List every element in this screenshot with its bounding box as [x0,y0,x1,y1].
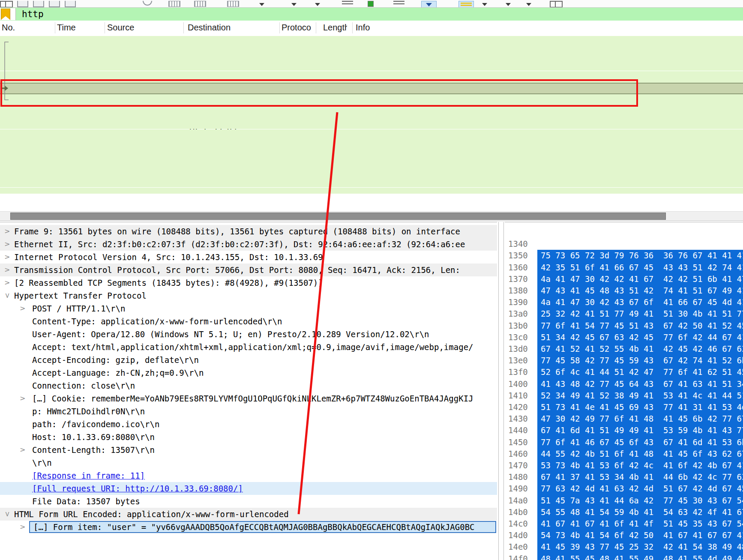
detail-tree-row[interactable]: Frame 9: 13561 bytes on wire (108488 bit… [0,225,497,238]
detail-tree-row[interactable]: [2 Reassembled TCP Segments (18435 bytes… [0,276,497,289]
hex-row[interactable]: 13b0 51 34 42 45 67 63 42 45 77 6f 42 44… [505,308,743,320]
packet-row[interactable]: 19 110.057… 10.1.243.155 10.1.33.69 HTTP… [0,129,743,141]
packet-row[interactable]: 16 110.004… 10.1.33.69 10.1.243.155 HTTP… [0,117,743,129]
packet-row[interactable]: 9 91.1728… 10.1.243.155 10.1.33.69 HTTP … [0,83,743,94]
detail-tree-row[interactable]: HTML Form URL Encoded: application/x-www… [0,508,497,521]
packet-row[interactable]: 1 0.000000 10.1.243.155 10.1.33.69 HTTP … [0,36,743,48]
pane-divider[interactable] [498,222,499,560]
toolbar-button-icon[interactable] [143,1,152,6]
expander-chevron-icon[interactable] [4,225,12,238]
toolbar-button-icon[interactable] [458,1,474,8]
hex-row[interactable]: 13c0 67 41 52 41 52 55 4b 41 42 45 42 46… [505,320,743,332]
expander-chevron-icon[interactable] [4,289,12,302]
hex-row[interactable]: 1390 25 32 42 41 51 77 49 41 51 30 4b 41… [505,285,743,296]
expander-chevron-icon[interactable] [20,521,27,533]
detail-tree-row[interactable]: Accept: text/html,application/xhtml+xml,… [0,341,497,353]
toolbar-button-icon[interactable] [17,1,28,7]
toolbar-button-icon[interactable] [393,1,404,6]
hex-row[interactable]: 1370 47 43 41 45 48 43 51 42 74 41 51 67… [505,262,743,273]
hex-row[interactable]: 1430 67 41 6d 41 51 49 49 41 53 59 4b 41… [505,401,743,413]
column-separator[interactable] [105,22,105,33]
column-header-protocol[interactable]: Protocol [282,23,312,33]
toolbar-button-icon[interactable] [65,1,76,7]
expander-chevron-icon[interactable] [4,508,12,521]
hscrollbar-thumb[interactable] [10,213,666,220]
toolbar-button-icon[interactable] [227,1,239,7]
toolbar-button-icon[interactable] [550,1,563,8]
detail-tree-row[interactable]: [Full request URI: http://10.1.33.69:808… [0,482,497,495]
filter-bookmark-button[interactable] [0,8,16,20]
hex-row[interactable]: 1400 52 34 49 41 52 38 49 41 53 41 4c 41… [505,366,743,378]
hex-row[interactable]: 13f0 41 43 48 42 77 45 64 43 67 41 63 41… [505,355,743,366]
packet-row[interactable]: 36 123.958… 10.1.33.69 10.1.243.155 HTTP… [0,188,743,194]
expander-chevron-icon[interactable] [20,392,27,405]
hex-row[interactable]: 14d0 41 45 39 43 77 45 25 32 42 41 54 38… [505,518,743,530]
detail-tree-row[interactable]: POST / HTTP/1.1\r\n [0,302,497,315]
hex-row[interactable]: 1380 4a 41 47 30 42 43 67 6f 41 66 67 45… [505,273,743,285]
detail-tree-row[interactable]: [Response in frame: 11] [0,469,497,482]
detail-tree-row[interactable]: Content-Type: application/x-www-form-url… [0,315,497,328]
toolbar-button-icon[interactable] [49,1,60,7]
detail-tree-row[interactable]: […] Cookie: rememberMe=YoANb79EEs8RT9LYV… [0,392,497,405]
toolbar-button-icon[interactable] [291,3,297,6]
column-separator[interactable] [55,22,55,33]
hex-row[interactable]: 1420 47 30 42 49 77 6f 41 48 41 45 6b 42… [505,390,743,401]
hex-row[interactable]: 1460 53 73 4b 41 53 6f 42 4c 41 6f 42 4b… [505,437,743,448]
packet-row[interactable]: 4 13.7682… 10.1.33.69 10.1.243.155 HTTP … [0,48,743,59]
hex-row[interactable]: 14c0 54 73 4b 41 54 6f 42 50 41 67 41 67… [505,506,743,518]
expander-chevron-icon[interactable] [4,238,12,251]
packet-row[interactable]: 31 121.719… 10.1.33.69 10.1.243.155 HTTP… [0,164,743,176]
detail-tree-row[interactable]: […] Form item: "user" = "yv66vgAAADQB5Qo… [0,521,497,533]
toolbar-button-icon[interactable] [259,3,264,6]
hex-row[interactable]: 1500 25 32 42 41 55 67 4a 41 55 6b 42 53… [505,553,743,560]
toolbar-button-icon[interactable] [194,1,206,7]
toolbar-button-icon[interactable] [33,1,44,7]
detail-tree-row[interactable]: Accept-Language: zh-CN,zh;q=0.9\r\n [0,366,497,379]
toolbar-button-icon[interactable] [368,1,374,7]
hex-row[interactable]: 13e0 52 6f 4c 41 44 51 42 47 77 6f 41 62… [505,343,743,355]
packet-row[interactable]: 11 91.1975… 10.1.33.69 10.1.243.155 HTTP… [0,94,743,106]
hex-row[interactable]: 1490 51 45 7a 43 41 44 6a 42 77 45 30 43… [505,471,743,483]
detail-tree-row[interactable]: Connection: close\r\n [0,379,497,392]
column-header-source[interactable]: Source [107,23,134,33]
hex-row[interactable]: 14b0 41 67 41 67 41 6f 41 4f 51 45 35 43… [505,495,743,506]
detail-tree-row[interactable]: Transmission Control Protocol, Src Port:… [0,264,497,276]
toolbar-button-icon[interactable] [0,1,13,8]
column-header-time[interactable]: Time [57,23,76,33]
detail-tree-row[interactable]: Ethernet II, Src: d2:3f:b0:c2:07:3f (d2:… [0,238,497,251]
hex-row[interactable]: 14e0 48 41 55 45 48 41 55 49 48 41 55 4d… [505,530,743,541]
hex-row[interactable]: 1360 4a 41 47 30 42 42 41 67 42 42 51 6b… [505,250,743,261]
detail-tree-row[interactable]: \r\n [0,456,497,469]
toolbar-button-icon[interactable] [168,1,180,7]
detail-tree-row[interactable]: Internet Protocol Version 4, Src: 10.1.2… [0,251,497,264]
column-header-length[interactable]: Length [323,23,347,33]
hex-row[interactable]: 1480 77 63 42 4d 41 63 42 4d 51 67 42 4d… [505,460,743,471]
pane-divider[interactable] [503,222,504,560]
packet-row[interactable]: 26 110.080… 10.1.33.69 10.1.243.155 HTTP… [0,141,743,153]
toolbar-button-icon[interactable] [526,3,531,6]
hex-row[interactable]: 13d0 77 45 58 42 77 45 59 43 67 42 74 41… [505,332,743,343]
detail-tree-row[interactable]: Accept-Encoding: gzip, deflate\r\n [0,353,497,366]
packet-row[interactable]: 5 23.0560… 10.1.243.155 10.1.33.69 HTTP … [0,59,743,71]
column-header-no[interactable]: No. [2,23,15,33]
toolbar-button-icon[interactable] [482,3,487,6]
toolbar-button-icon[interactable] [315,3,320,6]
hex-row[interactable]: 1450 44 55 42 4b 51 6f 41 48 41 45 6f 43… [505,425,743,436]
column-separator[interactable] [316,22,316,33]
hex-row[interactable]: 14a0 54 55 48 41 54 59 4b 41 54 63 42 4f… [505,483,743,494]
column-header-info[interactable]: Info [356,23,370,33]
packet-row[interactable]: 34 123.945… 10.1.243.155 10.1.33.69 HTTP… [0,176,743,187]
detail-tree-row[interactable]: User-Agent: Opera/12.80 (Windows NT 5.1;… [0,328,497,341]
toolbar-button-icon[interactable] [342,1,353,6]
hex-row[interactable]: 14f0 4a 41 55 55 42 52 67 6f 42 4f 67 46… [505,541,743,553]
column-header-destination[interactable]: Destination [188,23,231,33]
display-filter-input[interactable] [21,9,280,20]
hex-row[interactable]: 1470 67 41 37 41 53 34 4b 41 44 6b 42 4c… [505,448,743,460]
toolbar-button-icon[interactable] [421,1,437,8]
column-separator[interactable] [279,22,280,33]
hex-row[interactable]: 13a0 77 6f 41 54 77 45 51 43 67 42 50 41… [505,296,743,308]
detail-tree-row[interactable]: p: HWmc2TLDoihdlr0N\r\n [0,405,497,418]
hex-row[interactable]: 1440 77 6f 41 46 67 45 6f 43 67 41 6d 41… [505,413,743,425]
expander-chevron-icon[interactable] [20,443,27,456]
detail-tree-row[interactable]: File Data: 13507 bytes [0,495,497,508]
